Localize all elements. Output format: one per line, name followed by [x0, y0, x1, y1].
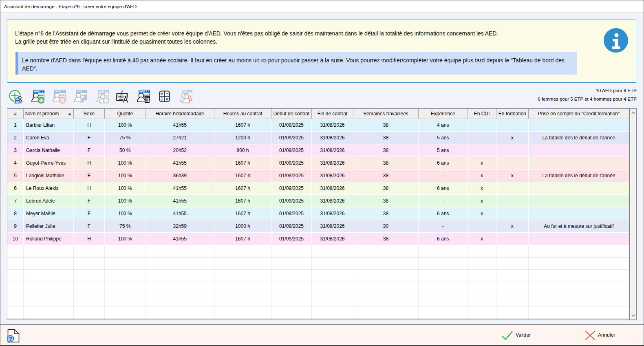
svg-text:?: ?: [9, 336, 12, 342]
